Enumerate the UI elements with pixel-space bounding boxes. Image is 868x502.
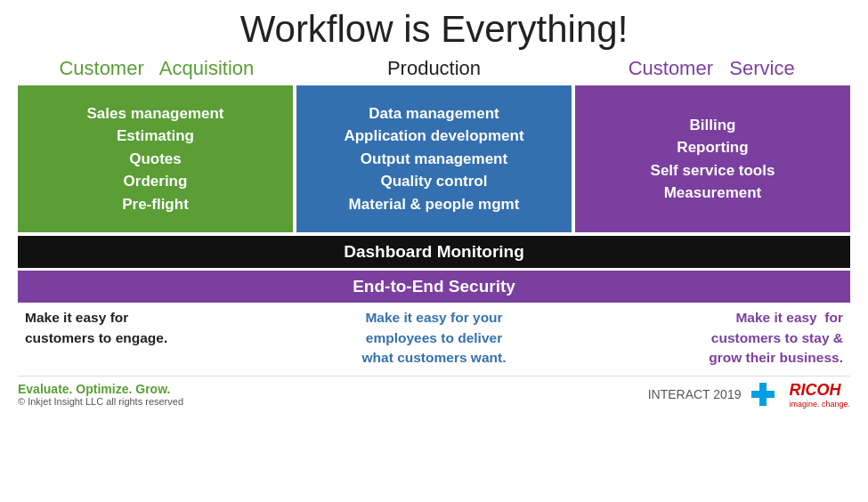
- footer-tagline: Evaluate. Optimize. Grow.: [18, 382, 183, 396]
- bottom-col-right: Make it easy forcustomers to stay &grow …: [572, 308, 850, 368]
- bottom-col-left: Make it easy forcustomers to engage.: [18, 308, 296, 368]
- banner-dashboard: Dashboard Monitoring: [18, 236, 850, 268]
- ricoh-sub: imagine. change.: [789, 400, 850, 409]
- bottom-col-center: Make it easy for youremployees to delive…: [296, 308, 573, 368]
- box-production-content: Data managementApplication developmentOu…: [344, 102, 523, 216]
- box-acquisition-content: Sales managementEstimatingQuotesOrdering…: [86, 102, 223, 216]
- main-boxes: Sales managementEstimatingQuotesOrdering…: [18, 85, 850, 232]
- main-container: Workflow is Everything! Customer Acquisi…: [0, 0, 868, 502]
- banner-security: End-to-End Security: [18, 271, 850, 303]
- ricoh-logo-block: RICOH imagine. change.: [789, 381, 850, 409]
- ricoh-cross-icon: [750, 381, 776, 408]
- col-header-production: Production: [296, 57, 573, 80]
- footer-left: Evaluate. Optimize. Grow. © Inkjet Insig…: [18, 382, 183, 407]
- banner-row: Dashboard Monitoring End-to-End Security: [18, 236, 850, 303]
- interact-label: INTERACT 2019: [648, 387, 742, 401]
- col-header-service: Customer Service: [572, 57, 850, 80]
- columns-header: Customer Acquisition Production Customer…: [18, 57, 850, 80]
- box-service: BillingReportingSelf service toolsMeasur…: [575, 85, 850, 232]
- svg-rect-1: [751, 391, 775, 398]
- col-header-acquisition: Customer Acquisition: [18, 57, 296, 80]
- box-production: Data managementApplication developmentOu…: [296, 85, 572, 232]
- ricoh-name: RICOH: [789, 381, 840, 399]
- footer-right: INTERACT 2019 RICOH imagine. change.: [648, 381, 850, 409]
- footer: Evaluate. Optimize. Grow. © Inkjet Insig…: [18, 376, 850, 409]
- footer-copyright: © Inkjet Insight LLC all rights reserved: [18, 396, 183, 407]
- bottom-section: Make it easy forcustomers to engage. Mak…: [18, 308, 850, 368]
- box-service-content: BillingReportingSelf service toolsMeasur…: [651, 114, 775, 205]
- box-acquisition: Sales managementEstimatingQuotesOrdering…: [18, 85, 293, 232]
- page-title: Workflow is Everything!: [18, 9, 850, 50]
